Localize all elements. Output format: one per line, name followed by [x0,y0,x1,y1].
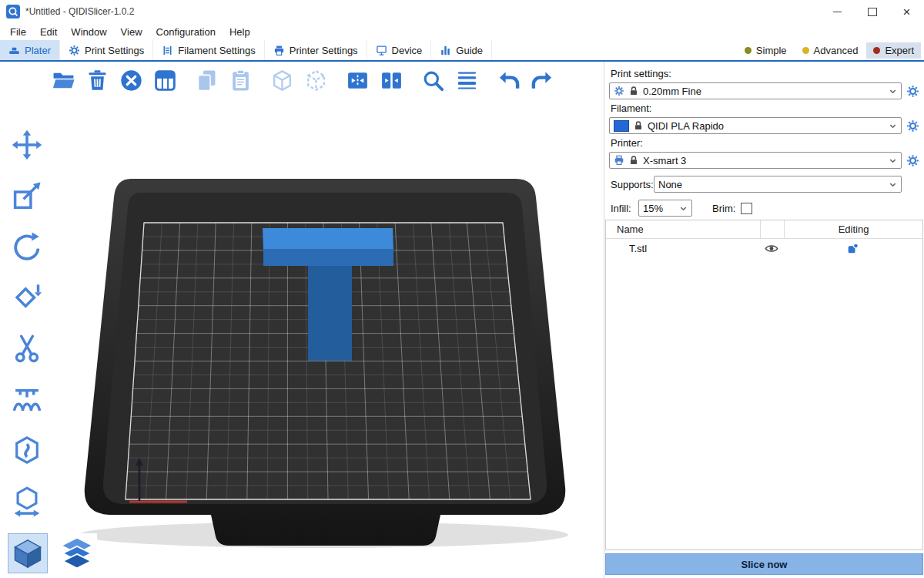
paste-button[interactable] [226,66,254,94]
search-icon [421,69,445,92]
device-icon [376,45,387,56]
filament-color-swatch [614,120,629,132]
seam-icon [11,434,43,466]
tab-printer-settings[interactable]: Printer Settings [265,40,367,60]
open-button[interactable] [49,66,77,94]
variable-layer-height-button[interactable] [453,66,480,94]
minimize-button[interactable] [820,0,855,23]
move-icon [11,129,43,161]
editing-icon[interactable] [847,243,859,254]
move-button[interactable] [9,127,45,163]
menu-view[interactable]: View [114,26,149,38]
open-folder-icon [52,69,75,92]
delete-button[interactable] [83,66,111,94]
paint-supports-icon [11,383,43,415]
print-settings-label: Print settings: [611,68,918,79]
add-instance-button[interactable] [268,66,296,94]
print-settings-combo[interactable]: 0.20mm Fine [609,82,902,99]
tabbar: Plater Print Settings Filament Settings … [0,40,924,62]
printer-gear-button[interactable] [906,154,919,167]
tab-guide[interactable]: Guide [431,40,492,60]
3d-cube-icon [11,536,45,570]
arrange-button[interactable] [151,66,179,94]
menu-file[interactable]: File [3,26,33,38]
chevron-down-icon [889,156,897,165]
scissors-icon [11,332,43,365]
mode-simple[interactable]: Simple [738,42,794,59]
mode-switcher: Simple Advanced Expert [738,40,924,60]
maximize-button[interactable] [855,0,889,23]
viewport-3d[interactable] [0,62,604,578]
supports-label: Supports: [611,179,654,190]
seam-button[interactable] [9,432,45,468]
measure-button[interactable] [9,483,45,519]
place-on-face-icon [11,281,43,314]
lock-icon [633,120,644,131]
menu-configuration[interactable]: Configuration [149,26,223,38]
object-row[interactable]: T.stl [606,239,922,258]
viewport-left-toolbar [9,127,45,519]
column-header-editing: Editing [784,220,922,238]
paste-icon [229,69,253,92]
infill-combo[interactable]: 15% [638,200,692,217]
split-to-parts-button[interactable] [377,66,405,94]
undo-button[interactable] [494,66,522,94]
print-settings-gear-button[interactable] [906,85,919,98]
filament-combo[interactable]: QIDI PLA Rapido [609,117,902,134]
printer-settings-icon [273,45,285,56]
cut-button[interactable] [9,331,45,366]
chevron-down-icon [889,87,897,96]
window-title: *Untitled - QIDISlicer-1.0.2 [25,6,134,17]
menu-window[interactable]: Window [64,26,113,38]
chevron-down-icon [889,122,897,130]
slice-now-button[interactable]: Slice now [605,553,923,575]
object-list-header: Name Editing [606,220,922,239]
column-header-visibility [760,220,784,238]
menu-edit[interactable]: Edit [33,26,64,38]
filament-label: Filament: [611,102,918,114]
copy-button[interactable] [192,66,220,94]
object-list-table: Name Editing T.stl [605,220,923,550]
brim-checkbox[interactable] [741,203,752,214]
printer-value: X-smart 3 [643,155,885,166]
split-to-objects-button[interactable] [343,66,371,94]
supports-combo[interactable]: None [654,176,902,193]
model-stem-front-face [308,266,352,361]
brim-label: Brim: [712,203,735,214]
printer-combo[interactable]: X-smart 3 [609,152,902,169]
redo-button[interactable] [528,66,556,94]
gear-icon [614,86,624,96]
layers-stack-icon [60,536,94,570]
scale-button[interactable] [9,178,45,213]
scale-icon [11,180,43,212]
filament-gear-button[interactable] [906,119,919,133]
right-panel: Print settings: 0.20mm Fine Filament: QI… [604,62,924,578]
model-top-face [263,228,393,249]
mode-advanced[interactable]: Advanced [795,42,865,59]
viewport-scene[interactable] [0,62,604,578]
viewport-top-toolbar [49,66,562,94]
printer-icon [614,155,624,166]
remove-instance-button[interactable] [302,66,330,94]
3d-editor-view-button[interactable] [8,533,48,573]
place-on-face-button[interactable] [9,280,45,315]
preview-view-button[interactable] [57,533,97,573]
tab-plater[interactable]: Plater [0,40,60,60]
add-instance-cube-icon [270,69,294,92]
paint-supports-button[interactable] [9,381,45,417]
guide-icon [440,45,451,56]
undo-arrow-icon [497,69,521,92]
tab-device[interactable]: Device [367,40,432,60]
infill-label: Infill: [611,203,638,214]
rotate-button[interactable] [9,229,45,264]
print-settings-icon [69,45,80,56]
search-button[interactable] [419,66,447,94]
delete-all-button[interactable] [117,66,145,94]
mode-expert[interactable]: Expert [866,42,921,59]
close-button[interactable]: × [889,0,924,23]
expert-mode-dot-icon [873,47,880,54]
tab-filament-settings[interactable]: Filament Settings [153,40,264,60]
visibility-eye-icon[interactable] [765,244,778,254]
menu-help[interactable]: Help [223,26,257,38]
tab-print-settings[interactable]: Print Settings [60,40,153,60]
